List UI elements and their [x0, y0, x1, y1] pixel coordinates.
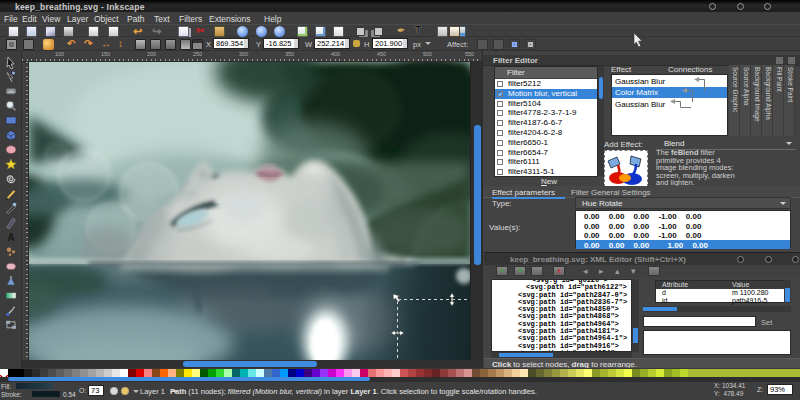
svg-text:A: A — [7, 232, 14, 243]
